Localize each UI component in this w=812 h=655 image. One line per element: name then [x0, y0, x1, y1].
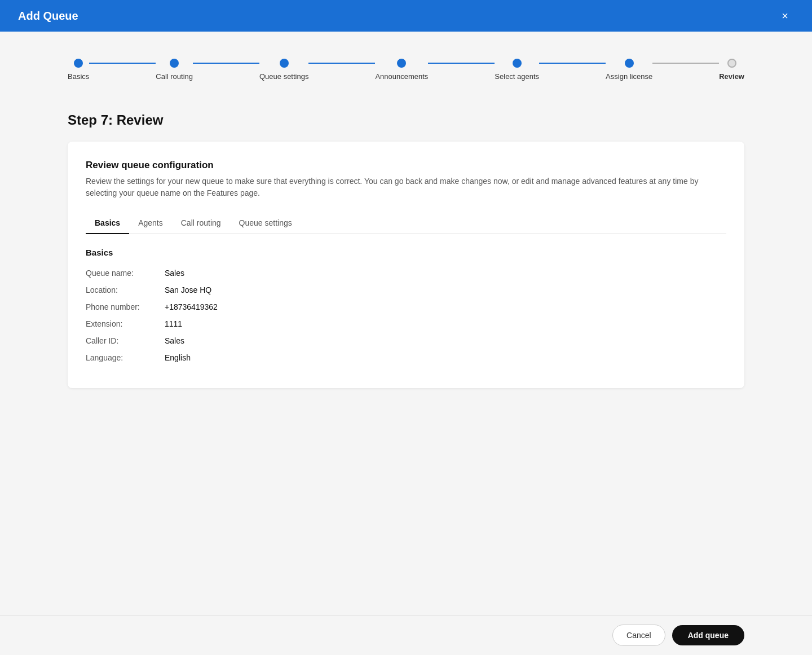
- step-review: Review: [719, 59, 744, 81]
- field-value-queue-name: Sales: [165, 269, 184, 278]
- step-queue-settings: Queue settings: [259, 59, 308, 81]
- step-circle-queue-settings: [280, 59, 289, 68]
- step-select-agents: Select agents: [495, 59, 539, 81]
- section-heading: Basics: [86, 248, 726, 257]
- field-label-caller-id: Caller ID:: [86, 336, 165, 345]
- close-button[interactable]: ×: [776, 7, 794, 25]
- connector-3: [308, 63, 375, 64]
- field-value-location: San Jose HQ: [165, 285, 211, 294]
- step-label-basics: Basics: [68, 72, 89, 81]
- step-circle-call-routing: [170, 59, 179, 68]
- tab-queue-settings[interactable]: Queue settings: [230, 213, 301, 234]
- step-label-assign-license: Assign license: [606, 72, 652, 81]
- card-title: Review queue configuration: [86, 160, 726, 171]
- field-label-language: Language:: [86, 353, 165, 362]
- tab-agents[interactable]: Agents: [129, 213, 172, 234]
- field-label-extension: Extension:: [86, 319, 165, 328]
- cancel-button[interactable]: Cancel: [612, 625, 665, 646]
- field-value-language: English: [165, 353, 191, 362]
- step-assign-license: Assign license: [606, 59, 652, 81]
- field-row-phone: Phone number: +18736419362: [86, 302, 726, 311]
- connector-1: [89, 63, 156, 64]
- card-description: Review the settings for your new queue t…: [86, 175, 726, 199]
- field-row-language: Language: English: [86, 353, 726, 362]
- connector-4: [428, 63, 495, 64]
- tab-call-routing[interactable]: Call routing: [172, 213, 230, 234]
- tab-basics[interactable]: Basics: [86, 213, 129, 234]
- connector-2: [193, 63, 259, 64]
- step-announcements: Announcements: [375, 59, 428, 81]
- field-label-queue-name: Queue name:: [86, 269, 165, 278]
- review-card: Review queue configuration Review the se…: [68, 142, 744, 388]
- step-basics: Basics: [68, 59, 89, 81]
- step-circle-select-agents: [513, 59, 522, 68]
- step-label-review: Review: [719, 72, 744, 81]
- step-call-routing: Call routing: [156, 59, 193, 81]
- main-content: Basics Call routing Queue settings Annou…: [0, 32, 812, 615]
- fields-container: Queue name: Sales Location: San Jose HQ …: [86, 269, 726, 362]
- connector-5: [539, 63, 606, 64]
- step-circle-announcements: [397, 59, 406, 68]
- steps-wizard: Basics Call routing Queue settings Annou…: [68, 50, 744, 90]
- field-row-location: Location: San Jose HQ: [86, 285, 726, 294]
- step-circle-review: [727, 59, 736, 68]
- review-tabs: Basics Agents Call routing Queue setting…: [86, 213, 726, 234]
- add-queue-button[interactable]: Add queue: [672, 625, 744, 645]
- page-title: Step 7: Review: [68, 112, 744, 128]
- step-label-select-agents: Select agents: [495, 72, 539, 81]
- step-label-queue-settings: Queue settings: [259, 72, 308, 81]
- field-row-caller-id: Caller ID: Sales: [86, 336, 726, 345]
- field-value-extension: 1111: [165, 319, 182, 328]
- field-label-phone: Phone number:: [86, 302, 165, 311]
- dialog-title: Add Queue: [18, 10, 78, 23]
- step-label-call-routing: Call routing: [156, 72, 193, 81]
- step-label-announcements: Announcements: [375, 72, 428, 81]
- field-label-location: Location:: [86, 285, 165, 294]
- field-value-caller-id: Sales: [165, 336, 184, 345]
- dialog-header: Add Queue ×: [0, 0, 812, 32]
- field-row-queue-name: Queue name: Sales: [86, 269, 726, 278]
- step-circle-basics: [74, 59, 83, 68]
- step-circle-assign-license: [625, 59, 634, 68]
- field-row-extension: Extension: 1111: [86, 319, 726, 328]
- dialog-footer: Cancel Add queue: [0, 615, 812, 655]
- connector-6: [652, 63, 719, 64]
- field-value-phone: +18736419362: [165, 302, 218, 311]
